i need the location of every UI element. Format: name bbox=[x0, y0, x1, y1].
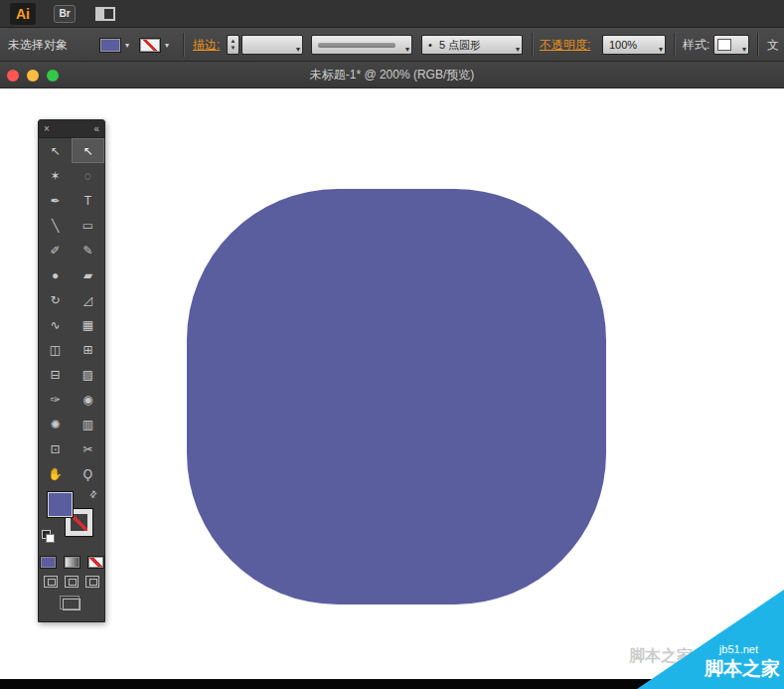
stroke-color-swatch[interactable] bbox=[139, 38, 161, 53]
rotate-tool-icon: ↻ bbox=[50, 294, 60, 306]
rectangle-tool[interactable]: ▭ bbox=[72, 213, 104, 238]
gradient-button[interactable] bbox=[64, 556, 80, 569]
drawing-modes-row bbox=[39, 572, 104, 592]
draw-normal-button[interactable] bbox=[44, 576, 58, 588]
column-graph-tool-icon: ▥ bbox=[82, 419, 93, 431]
shape-builder-tool-icon: ◫ bbox=[50, 344, 61, 356]
magic-wand-tool[interactable]: ✶ bbox=[39, 163, 72, 188]
bridge-button[interactable]: Br bbox=[54, 5, 76, 23]
draw-behind-button[interactable] bbox=[65, 576, 78, 588]
line-segment-tool[interactable]: ╲ bbox=[39, 213, 72, 238]
stroke-dropdown-arrow[interactable]: ▾ bbox=[165, 41, 169, 50]
combo-arrow-icon[interactable]: ▾ bbox=[296, 41, 300, 59]
opacity-combo[interactable]: 100% ▾ bbox=[602, 35, 666, 55]
symbol-sprayer-tool-icon: ✺ bbox=[50, 419, 60, 431]
gradient-tool-icon: ▨ bbox=[82, 369, 93, 381]
panel-close-icon[interactable]: × bbox=[44, 120, 50, 138]
rotate-tool[interactable]: ↻ bbox=[39, 287, 72, 312]
width-tool[interactable]: ∿ bbox=[39, 312, 72, 337]
pen-tool-icon: ✒ bbox=[50, 195, 60, 207]
hand-tool-icon: ✋ bbox=[48, 468, 63, 480]
control-bar: 未选择对象 ▾ ▾ 描边: ▲ ▼ ▾ ▾ • 5 点圆形 ▾ 不透明度: 10… bbox=[0, 28, 784, 62]
gradient-tool[interactable]: ▨ bbox=[72, 362, 104, 387]
paintbrush-tool[interactable]: ✐ bbox=[39, 238, 72, 262]
arrange-documents-icon[interactable] bbox=[95, 7, 115, 21]
divider bbox=[757, 33, 758, 57]
fill-indicator[interactable] bbox=[47, 491, 74, 518]
divider bbox=[674, 33, 675, 57]
selection-tool[interactable]: ↖ bbox=[39, 138, 72, 163]
brush-preview-dot: • bbox=[428, 39, 432, 51]
combo-arrow-icon[interactable]: ▾ bbox=[405, 41, 409, 59]
style-combo[interactable]: ▾ bbox=[713, 35, 749, 55]
zoom-tool-icon: Ϙ bbox=[83, 468, 92, 480]
blend-tool[interactable]: ◉ bbox=[72, 387, 104, 412]
blend-tool-icon: ◉ bbox=[82, 394, 92, 406]
paintbrush-tool-icon: ✐ bbox=[50, 245, 60, 257]
color-type-row bbox=[39, 552, 104, 572]
pencil-tool[interactable]: ✎ bbox=[72, 238, 104, 262]
document-title: 未标题-1* @ 200% (RGB/预览) bbox=[0, 62, 784, 88]
scale-tool[interactable]: ◿ bbox=[72, 287, 104, 312]
screen-mode-row bbox=[39, 592, 104, 617]
direct-selection-tool[interactable]: ↖ bbox=[72, 138, 104, 163]
change-screen-mode-button[interactable] bbox=[63, 599, 80, 610]
default-fill-stroke-icon[interactable] bbox=[42, 530, 51, 539]
draw-inside-button[interactable] bbox=[85, 576, 99, 588]
type-tool-icon: T bbox=[84, 195, 91, 207]
type-tool[interactable]: T bbox=[72, 188, 104, 213]
perspective-grid-tool[interactable]: ⊞ bbox=[72, 337, 104, 362]
slice-tool-icon: ✂ bbox=[82, 443, 92, 455]
fill-stroke-area: ⇄ bbox=[39, 486, 104, 552]
blob-brush-tool[interactable]: ● bbox=[39, 262, 72, 287]
eraser-tool[interactable]: ▰ bbox=[72, 262, 104, 287]
brush-definition-value: 5 点圆形 bbox=[439, 39, 481, 51]
combo-arrow-icon[interactable]: ▾ bbox=[659, 41, 663, 59]
divider bbox=[532, 33, 533, 57]
perspective-grid-tool-icon: ⊞ bbox=[82, 344, 92, 356]
width-profile-combo[interactable]: ▾ bbox=[311, 35, 412, 55]
selection-tool-icon: ↖ bbox=[50, 145, 60, 157]
tools-panel-header[interactable]: × « bbox=[39, 120, 104, 138]
tools-grid: ↖↖✶◌✒T╲▭✐✎●▰↻◿∿▦◫⊞⊟▨✑◉✺▥⊡✂✋Ϙ bbox=[39, 138, 104, 486]
zoom-tool[interactable]: Ϙ bbox=[72, 461, 104, 486]
brush-definition-combo[interactable]: • 5 点圆形 ▾ bbox=[421, 35, 523, 55]
free-transform-tool-icon: ▦ bbox=[82, 319, 93, 331]
slice-tool[interactable]: ✂ bbox=[72, 436, 104, 461]
tools-panel: × « ↖↖✶◌✒T╲▭✐✎●▰↻◿∿▦◫⊞⊟▨✑◉✺▥⊡✂✋Ϙ ⇄ bbox=[38, 119, 105, 622]
opacity-panel-link[interactable]: 不透明度: bbox=[540, 28, 590, 62]
fill-dropdown-arrow[interactable]: ▾ bbox=[125, 41, 129, 50]
watermark-triangle: jb51.net 脚本之家 bbox=[637, 590, 784, 689]
lasso-tool[interactable]: ◌ bbox=[72, 163, 104, 188]
stepper-up-icon[interactable]: ▲ bbox=[231, 38, 236, 45]
fill-color-swatch[interactable] bbox=[99, 38, 121, 53]
eyedropper-tool[interactable]: ✑ bbox=[39, 387, 72, 412]
hand-tool[interactable]: ✋ bbox=[39, 461, 72, 486]
combo-arrow-icon[interactable]: ▾ bbox=[742, 41, 746, 59]
column-graph-tool[interactable]: ▥ bbox=[72, 412, 104, 436]
window-title-bar: 未标题-1* @ 200% (RGB/预览) bbox=[0, 62, 784, 88]
stroke-weight-stepper[interactable]: ▲ ▼ bbox=[227, 35, 239, 55]
combo-arrow-icon[interactable]: ▾ bbox=[516, 41, 520, 59]
stroke-weight-combo[interactable]: ▾ bbox=[241, 35, 303, 55]
free-transform-tool[interactable]: ▦ bbox=[72, 312, 104, 337]
none-button[interactable] bbox=[87, 556, 104, 569]
canvas[interactable]: × « ↖↖✶◌✒T╲▭✐✎●▰↻◿∿▦◫⊞⊟▨✑◉✺▥⊡✂✋Ϙ ⇄ bbox=[0, 88, 784, 689]
divider bbox=[183, 33, 184, 57]
panel-collapse-icon[interactable]: « bbox=[93, 120, 99, 138]
symbol-sprayer-tool[interactable]: ✺ bbox=[39, 412, 72, 436]
width-tool-icon: ∿ bbox=[50, 319, 60, 331]
document-setup-button[interactable]: 文 bbox=[767, 28, 779, 62]
stepper-down-icon[interactable]: ▼ bbox=[231, 45, 236, 52]
artboard-tool[interactable]: ⊡ bbox=[39, 436, 72, 461]
mesh-tool[interactable]: ⊟ bbox=[39, 362, 72, 387]
pencil-tool-icon: ✎ bbox=[82, 245, 92, 257]
style-swatch-preview bbox=[717, 39, 731, 51]
app-bar: Ai Br bbox=[0, 0, 784, 28]
color-button[interactable] bbox=[40, 556, 57, 569]
swap-fill-stroke-icon[interactable]: ⇄ bbox=[87, 488, 99, 500]
shape-builder-tool[interactable]: ◫ bbox=[39, 337, 72, 362]
stroke-panel-link[interactable]: 描边: bbox=[193, 28, 220, 62]
canvas-shape[interactable] bbox=[187, 189, 606, 604]
pen-tool[interactable]: ✒ bbox=[39, 188, 72, 213]
